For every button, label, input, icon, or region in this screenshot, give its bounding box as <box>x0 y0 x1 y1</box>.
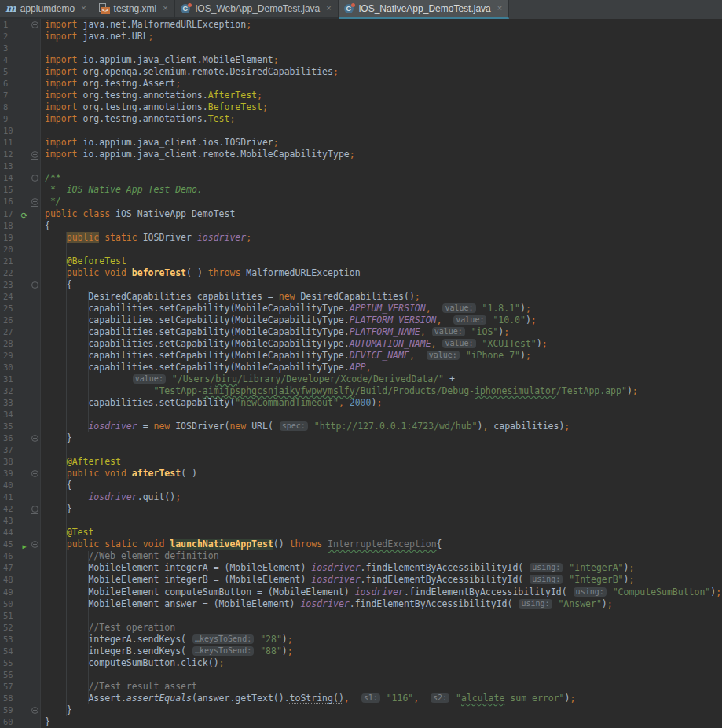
gutter-icon-slot <box>19 137 30 149</box>
code-text <box>41 610 45 622</box>
token: assertEquals <box>126 693 192 704</box>
gutter-icon-slot <box>19 149 30 160</box>
tab-testng-xml[interactable]: <>testng.xml× <box>93 0 175 19</box>
fold-marker-slot <box>30 444 41 456</box>
token: AfterTest <box>208 90 257 101</box>
fold-end-icon[interactable] <box>31 707 38 714</box>
gutter-icon-slot <box>19 78 30 90</box>
code-editor[interactable]: 1import java.net.MalformedURLException;2… <box>0 19 722 728</box>
token <box>426 326 431 337</box>
line-number: 3 <box>0 42 19 54</box>
tab-ios_webapp_demotest-java[interactable]: CiOS_WebApp_DemoTest.java× <box>175 0 339 19</box>
token: } <box>45 716 50 727</box>
fold-marker-slot <box>30 31 41 42</box>
fold-start-icon[interactable] <box>31 470 38 477</box>
token: "Answer" <box>558 598 601 609</box>
token: ) <box>282 634 288 645</box>
token: //Web element definition <box>88 550 218 561</box>
run-class-icon[interactable]: ⟳ <box>19 208 30 220</box>
token: iosdriver <box>311 562 360 573</box>
fold-end-icon[interactable] <box>31 151 38 158</box>
gutter-icon-slot <box>19 350 30 362</box>
code-line: 4import io.appium.java_client.MobileElem… <box>0 54 722 66</box>
token: "116" <box>387 693 414 704</box>
gutter-icon-slot <box>19 326 30 338</box>
code-text: } <box>41 704 72 716</box>
fold-marker-slot <box>30 78 41 90</box>
java-class-icon: C <box>181 3 192 14</box>
line-number: 36 <box>0 432 19 444</box>
gutter-icon-slot <box>19 196 30 208</box>
code-text: public void afterTest( ) <box>41 468 197 480</box>
token: 2000 <box>350 397 372 408</box>
code-line: 20 <box>0 244 722 256</box>
token: import <box>45 101 78 112</box>
gutter-icon-slot <box>19 693 30 704</box>
code-text: /** <box>41 172 61 184</box>
run-test-icon[interactable]: ▶ <box>19 539 30 550</box>
fold-marker-slot <box>30 303 41 314</box>
token: alculate <box>461 693 504 704</box>
fold-start-icon[interactable] <box>31 175 38 182</box>
tab-ios_nativeapp_demotest-java[interactable]: CiOS_NativeApp_DemoTest.java× <box>339 0 510 19</box>
token: IOSDriver( <box>170 421 229 432</box>
token <box>381 693 387 704</box>
code-line: 22 public void beforeTest( ) throws Malf… <box>0 267 722 279</box>
fold-marker-slot <box>30 456 41 468</box>
close-tab-icon[interactable]: × <box>81 4 86 13</box>
code-line: 56 <box>0 669 722 681</box>
parameter-hint: value: <box>453 315 486 325</box>
tab-appiumdemo[interactable]: mappiumdemo× <box>0 0 93 19</box>
code-text: import org.openqa.selenium.remote.Desire… <box>41 66 339 78</box>
line-number: 42 <box>0 503 19 515</box>
fold-marker-slot <box>30 527 41 539</box>
fold-start-icon[interactable] <box>31 541 38 548</box>
code-line: 15 * iOS Native App Test Demo. <box>0 184 722 196</box>
token: "newCommandTimeout" <box>235 397 339 408</box>
line-number: 7 <box>0 90 19 101</box>
fold-marker-slot <box>30 397 41 409</box>
token: import <box>45 31 78 42</box>
token: + <box>444 373 455 384</box>
token: org.testng.annotations. <box>78 113 208 124</box>
gutter-icon-slot <box>19 527 30 539</box>
fold-marker-slot <box>30 184 41 196</box>
token: /Build/Products/Debug- <box>355 385 475 396</box>
fold-marker-slot <box>30 314 41 326</box>
fold-marker-slot <box>30 66 41 78</box>
token: java.net.URL <box>78 31 148 42</box>
code-text: { <box>41 480 72 491</box>
code-text: integerA.sendKeys( …keysToSend: "28"); <box>41 634 293 645</box>
token: IOSDriver <box>137 232 197 243</box>
fold-end-icon[interactable] <box>31 198 38 205</box>
token: /Library/Developer/Xcode/DerivedData/" <box>237 373 444 384</box>
gutter-icon-slot <box>19 42 30 54</box>
token: , <box>431 338 437 349</box>
fold-marker-slot <box>30 515 41 527</box>
close-tab-icon[interactable]: × <box>326 4 331 13</box>
token: ; <box>504 326 509 337</box>
token: ; <box>376 397 382 408</box>
code-line: 60} <box>0 716 722 728</box>
fold-start-icon[interactable] <box>31 21 38 28</box>
fold-marker-slot <box>30 503 41 515</box>
fold-start-icon[interactable] <box>31 281 38 289</box>
close-tab-icon[interactable]: × <box>497 4 502 13</box>
fold-end-icon[interactable] <box>31 506 38 513</box>
token <box>167 373 172 384</box>
parameter-hint: s2: <box>431 693 449 703</box>
close-tab-icon[interactable]: × <box>163 4 167 13</box>
code-text: public static void launchNativeAppTest()… <box>41 539 442 550</box>
code-line: 35 iosdriver = new IOSDriver(new URL( sp… <box>0 421 722 432</box>
code-line: 42 } <box>0 503 722 515</box>
token: ) <box>520 303 526 314</box>
fold-end-icon[interactable] <box>31 435 38 442</box>
line-number: 1 <box>0 19 19 31</box>
line-number: 5 <box>0 66 19 78</box>
code-line: 28 capabilities.setCapability(MobileCapa… <box>0 338 722 350</box>
token: ; <box>273 54 279 65</box>
code-text: import org.testng.annotations.AfterTest; <box>41 90 262 101</box>
gutter-icon-slot <box>19 610 30 622</box>
token: APP <box>350 362 366 373</box>
line-number: 29 <box>0 350 19 362</box>
